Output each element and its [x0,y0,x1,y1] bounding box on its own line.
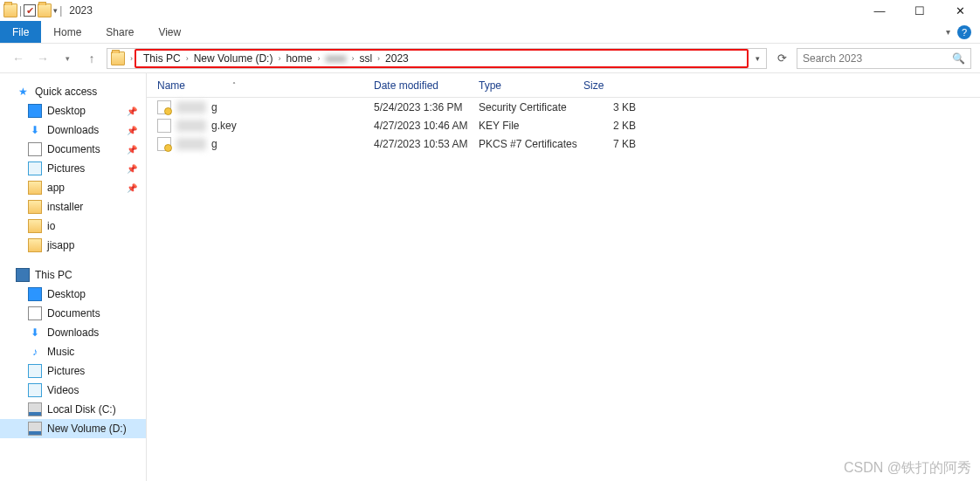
chevron-right-icon[interactable]: › [349,54,355,63]
minimize-button[interactable]: — [859,0,900,21]
sidebar-item-jisapp[interactable]: jisapp [0,236,146,255]
properties-icon[interactable]: ✔ [24,4,36,17]
filename-ext: g.key [211,120,237,132]
crumb-redacted[interactable]: xxxx [321,52,349,65]
filename-redacted: x [176,101,206,113]
sidebar-label: installer [47,201,83,213]
cell-type: KEY File [479,120,583,132]
column-headers: Name˄ Date modified Type Size [147,73,980,98]
sidebar-item-music[interactable]: ♪Music [0,342,146,361]
folder-icon [28,181,42,195]
nav-pane: ★Quick access Desktop📌 ⬇Downloads📌 Docum… [0,73,147,481]
sidebar-item-app[interactable]: app📌 [0,178,146,197]
sidebar-item-pictures[interactable]: Pictures📌 [0,159,146,178]
sidebar-label: Pictures [47,162,85,175]
folder-icon [38,3,52,17]
disk-icon [28,422,42,436]
pictures-icon [28,161,42,175]
sidebar-label: Desktop [47,105,86,117]
crumb-volume[interactable]: New Volume (D:) [190,52,277,65]
crumb-2023[interactable]: 2023 [382,52,412,65]
star-icon: ★ [16,85,30,99]
crumb-ssl[interactable]: ssl [355,52,376,65]
tab-file[interactable]: File [0,21,41,43]
chevron-right-icon[interactable]: › [128,54,135,63]
file-icon [157,119,171,133]
download-icon: ⬇ [28,123,42,137]
forward-button[interactable]: → [33,52,52,65]
crumb-this-pc[interactable]: This PC [140,52,184,65]
col-type[interactable]: Type [479,79,583,92]
certificate-icon [157,100,171,114]
folder-icon [3,3,17,17]
sidebar-item-local-disk-c[interactable]: Local Disk (C:) [0,400,146,419]
cell-size: 2 KB [583,120,653,132]
download-icon: ⬇ [28,326,42,340]
sidebar-item-desktop[interactable]: Desktop [0,285,146,304]
qat-dropdown-icon[interactable]: ▾ [53,6,58,15]
pin-icon: 📌 [127,107,137,116]
col-date[interactable]: Date modified [374,79,479,92]
address-dropdown-icon[interactable]: ▾ [749,54,766,63]
sidebar-item-videos[interactable]: Videos [0,381,146,400]
sidebar-item-installer[interactable]: installer [0,197,146,216]
file-row[interactable]: xg 4/27/2023 10:53 AM PKCS #7 Certificat… [147,134,980,153]
cell-size: 7 KB [583,138,653,150]
sidebar-item-documents[interactable]: Documents📌 [0,140,146,159]
certificate-icon [157,137,171,151]
crumb-home[interactable]: home [282,52,315,65]
chevron-right-icon[interactable]: › [315,54,321,63]
sidebar-label: Documents [47,143,100,155]
sidebar-label: Documents [47,307,100,320]
quick-access-toolbar: | ✔ ▾ | [3,3,62,17]
search-input[interactable] [803,52,949,65]
search-box[interactable]: 🔍 [797,48,971,69]
sidebar-item-downloads[interactable]: ⬇Downloads [0,323,146,342]
sidebar-item-new-volume-d[interactable]: New Volume (D:) [0,419,146,438]
filename-ext: g [211,138,217,150]
sidebar-quick-access[interactable]: ★Quick access [0,82,146,101]
sidebar-label: Desktop [47,288,86,300]
sort-asc-icon: ˄ [232,81,236,89]
sidebar-label: This PC [35,269,72,281]
up-button[interactable]: ↑ [82,52,101,65]
col-size[interactable]: Size [583,79,653,92]
file-row[interactable]: xg.key 4/27/2023 10:46 AM KEY File 2 KB [147,116,980,134]
sidebar-label: Downloads [47,124,99,136]
sidebar-item-documents[interactable]: Documents [0,304,146,323]
file-row[interactable]: xg 5/24/2023 1:36 PM Security Certificat… [147,98,980,116]
maximize-button[interactable]: ☐ [900,0,940,21]
search-icon[interactable]: 🔍 [952,52,965,65]
sidebar-item-desktop[interactable]: Desktop📌 [0,101,146,120]
disk-icon [28,402,42,416]
tab-view[interactable]: View [146,21,193,43]
sidebar-item-downloads[interactable]: ⬇Downloads📌 [0,120,146,140]
chevron-right-icon[interactable]: › [376,54,382,63]
help-icon[interactable]: ? [957,25,971,39]
sidebar-item-io[interactable]: io [0,216,146,236]
cell-date: 4/27/2023 10:46 AM [374,120,479,132]
pin-icon: 📌 [127,164,137,174]
folder-icon [28,200,42,214]
cell-type: Security Certificate [479,101,583,113]
ribbon-tabs: File Home Share View ▾ ? [0,21,980,44]
tab-share[interactable]: Share [93,21,146,43]
tab-home[interactable]: Home [41,21,93,43]
col-label: Name [157,79,185,92]
main-split: ★Quick access Desktop📌 ⬇Downloads📌 Docum… [0,73,980,481]
sidebar-label: Music [47,346,74,358]
chevron-right-icon[interactable]: › [276,54,282,63]
col-name[interactable]: Name˄ [147,79,374,92]
chevron-right-icon[interactable]: › [184,54,190,63]
back-button[interactable]: ← [9,52,28,65]
refresh-button[interactable]: ⟳ [772,52,791,65]
folder-icon [28,219,42,233]
sidebar-label: Local Disk (C:) [47,403,116,416]
sidebar-this-pc[interactable]: This PC [0,265,146,285]
ribbon-expand-icon[interactable]: ▾ [946,27,950,37]
address-bar[interactable]: › This PC › New Volume (D:) › home › xxx… [107,48,767,69]
history-dropdown-icon[interactable]: ▾ [58,54,77,63]
close-button[interactable]: ✕ [940,0,980,21]
sidebar-item-pictures[interactable]: Pictures [0,361,146,381]
pin-icon: 📌 [127,126,137,135]
